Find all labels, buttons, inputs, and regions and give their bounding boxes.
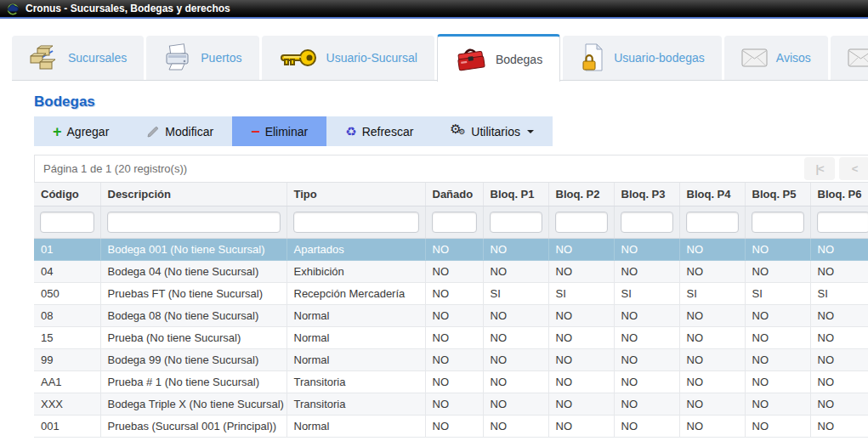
table-cell: NO xyxy=(425,370,483,393)
table-row[interactable]: 01Bodega 001 (No tiene Sucursal)Apartado… xyxy=(34,238,868,260)
filter-input[interactable] xyxy=(432,212,477,233)
table-cell: NO xyxy=(483,260,548,282)
tab-label: Bodegas xyxy=(496,53,542,66)
column-header-bloq-p4[interactable]: Bloq. P4 xyxy=(679,183,745,206)
table-cell: NO xyxy=(548,326,614,348)
utilitarios-button[interactable]: ⚙⚙ Utilitarios xyxy=(432,116,553,146)
filter-input[interactable] xyxy=(107,212,281,233)
table-cell: NO xyxy=(679,304,745,326)
table-cell: Bodega 001 (No tiene Sucursal) xyxy=(100,238,286,260)
table-cell: NO xyxy=(483,238,548,260)
table-cell: NO xyxy=(745,304,810,326)
table-cell: NO xyxy=(425,304,483,326)
table-row[interactable]: 001Pruebas (Sucursal 001 (Principal))Nor… xyxy=(34,415,868,437)
prev-page-button[interactable]: < xyxy=(839,157,868,180)
table-cell: NO xyxy=(810,304,868,326)
table-cell: NO xyxy=(548,393,614,415)
table-cell: Bodega 99 (No tiene Sucursal) xyxy=(100,348,286,370)
table-row[interactable]: 04Bodega 04 (No tiene Sucursal)Exhibició… xyxy=(34,260,868,282)
filter-input[interactable] xyxy=(817,212,868,233)
column-header-danado[interactable]: Dañado xyxy=(425,183,483,206)
table-row[interactable]: 050Pruebas FT (No tiene Sucursal)Recepci… xyxy=(34,282,868,304)
table-cell: NO xyxy=(745,238,810,260)
table-cell: NO xyxy=(810,415,868,437)
window-title: Cronus - Sucursales, Bodegas y derechos xyxy=(26,3,230,14)
modificar-button[interactable]: Modificar xyxy=(128,116,232,146)
table-row[interactable]: XXXBodega Triple X (No tiene Sucursal)Tr… xyxy=(34,393,868,415)
action-toolbar: + Agregar Modificar − Eliminar ♻ Refresc… xyxy=(34,116,553,146)
table-row[interactable]: 08Bodega 08 (No tiene Sucursal)NormalNON… xyxy=(34,304,868,326)
filter-input[interactable] xyxy=(752,212,804,233)
tab-label: Avisos xyxy=(776,51,811,65)
table-cell: NO xyxy=(679,393,745,415)
table-cell: Bodega 04 (No tiene Sucursal) xyxy=(100,260,286,282)
table-cell: 001 xyxy=(34,415,100,437)
column-header-bloq-p3[interactable]: Bloq. P3 xyxy=(614,183,679,206)
filter-input[interactable] xyxy=(686,212,739,233)
table-cell: 99 xyxy=(34,348,100,370)
tab-usuario-bodegas[interactable]: Usuario-bodegas xyxy=(563,36,722,80)
tab-label: Usuario-bodegas xyxy=(614,51,705,65)
window-titlebar[interactable]: Cronus - Sucursales, Bodegas y derechos xyxy=(0,0,868,19)
table-row[interactable]: AA1Prueba # 1 (No tiene Sucursal)Transit… xyxy=(34,370,868,393)
table-cell: NO xyxy=(810,348,868,370)
table-cell: Normal xyxy=(286,415,425,437)
table-row[interactable]: 99Bodega 99 (No tiene Sucursal)NormalNON… xyxy=(34,348,868,370)
refrescar-button[interactable]: ♻ Refrescar xyxy=(326,116,432,146)
table-cell: SI xyxy=(679,282,745,304)
table-cell: NO xyxy=(548,260,614,282)
tab-alertas[interactable]: Alertas xyxy=(831,36,868,80)
table-cell: 08 xyxy=(34,304,100,326)
table-cell: 01 xyxy=(34,238,100,260)
tab-bar: Sucursales Puertos xyxy=(12,31,868,80)
column-header-codigo[interactable]: Código xyxy=(34,183,100,206)
table-cell: NO xyxy=(425,415,483,437)
table-cell: NO xyxy=(483,370,548,393)
tab-bodegas[interactable]: Bodegas xyxy=(437,34,560,82)
table-cell: Transitoria xyxy=(286,393,425,415)
printer-icon xyxy=(163,43,192,72)
table-cell: NO xyxy=(483,415,548,437)
filter-input[interactable] xyxy=(555,212,608,233)
column-header-bloq-p5[interactable]: Bloq. P5 xyxy=(745,183,810,206)
table-cell: Normal xyxy=(286,348,425,370)
table-cell: NO xyxy=(483,326,548,348)
filter-input[interactable] xyxy=(621,212,673,233)
header-row: Código Descripción Tipo Dañado Bloq. P1 … xyxy=(34,183,868,206)
tab-puertos[interactable]: Puertos xyxy=(146,36,258,80)
table-cell: Normal xyxy=(286,326,425,348)
column-header-bloq-p1[interactable]: Bloq. P1 xyxy=(483,183,548,206)
table-cell: 050 xyxy=(34,282,100,304)
filter-input[interactable] xyxy=(490,212,542,233)
column-header-descripcion[interactable]: Descripción xyxy=(100,183,286,206)
table-cell: NO xyxy=(614,326,679,348)
table-row[interactable]: 15Prueba (No tiene Sucursal)NormalNONONO… xyxy=(34,326,868,348)
column-header-bloq-p2[interactable]: Bloq. P2 xyxy=(548,183,614,206)
cronus-logo-icon xyxy=(5,3,20,15)
table-cell: NO xyxy=(614,370,679,393)
table-cell: NO xyxy=(745,348,810,370)
tab-sucursales[interactable]: Sucursales xyxy=(12,36,144,80)
table-cell: NO xyxy=(810,238,868,260)
eliminar-button[interactable]: − Eliminar xyxy=(232,116,326,146)
tab-usuario-sucursal[interactable]: Usuario-Sucursal xyxy=(262,36,434,80)
column-header-tipo[interactable]: Tipo xyxy=(286,183,425,206)
table-cell: NO xyxy=(745,260,810,282)
tab-avisos[interactable]: Avisos xyxy=(724,36,828,80)
envelope-icon xyxy=(848,48,868,67)
tab-label: Puertos xyxy=(201,51,241,65)
table-cell: NO xyxy=(679,415,745,437)
agregar-button[interactable]: + Agregar xyxy=(34,116,128,146)
table-cell: NO xyxy=(425,260,483,282)
filter-input[interactable] xyxy=(293,212,419,233)
first-page-button[interactable]: |< xyxy=(804,157,835,180)
filter-input[interactable] xyxy=(40,212,94,233)
table-cell: AA1 xyxy=(34,370,100,393)
table-cell: Bodega Triple X (No tiene Sucursal) xyxy=(100,393,286,415)
chevron-down-icon xyxy=(527,130,534,133)
table-cell: NO xyxy=(614,260,679,282)
column-header-bloq-p6[interactable]: Bloq. P6 xyxy=(810,183,868,206)
table-cell: XXX xyxy=(34,393,100,415)
table-cell: NO xyxy=(810,260,868,282)
table-cell: Prueba # 1 (No tiene Sucursal) xyxy=(100,370,286,393)
